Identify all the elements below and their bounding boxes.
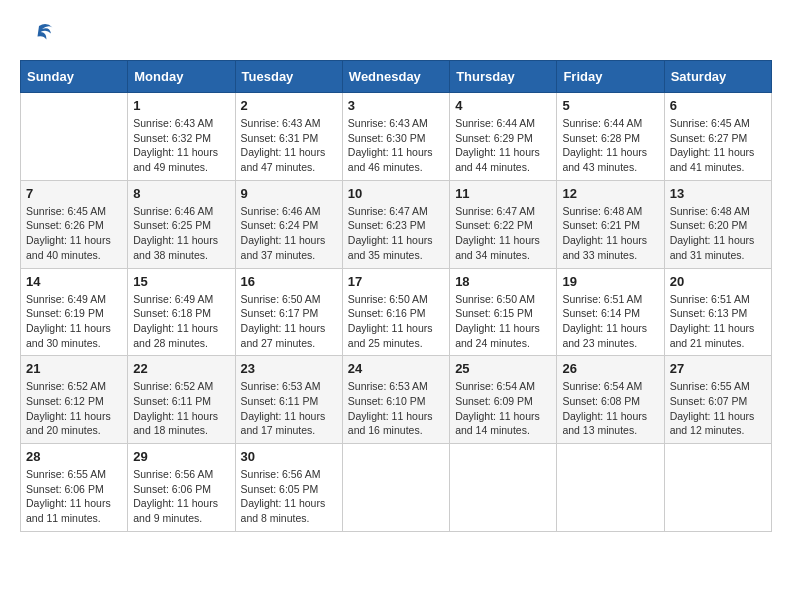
calendar-cell: 9Sunrise: 6:46 AM Sunset: 6:24 PM Daylig…: [235, 180, 342, 268]
calendar-cell: 17Sunrise: 6:50 AM Sunset: 6:16 PM Dayli…: [342, 268, 449, 356]
logo: [20, 20, 54, 50]
day-info: Sunrise: 6:52 AM Sunset: 6:11 PM Dayligh…: [133, 379, 229, 438]
day-info: Sunrise: 6:55 AM Sunset: 6:06 PM Dayligh…: [26, 467, 122, 526]
calendar-cell: 29Sunrise: 6:56 AM Sunset: 6:06 PM Dayli…: [128, 444, 235, 532]
day-number: 11: [455, 186, 551, 201]
day-number: 18: [455, 274, 551, 289]
weekday-header-thursday: Thursday: [450, 61, 557, 93]
weekday-header-friday: Friday: [557, 61, 664, 93]
day-info: Sunrise: 6:50 AM Sunset: 6:16 PM Dayligh…: [348, 292, 444, 351]
day-info: Sunrise: 6:48 AM Sunset: 6:20 PM Dayligh…: [670, 204, 766, 263]
day-info: Sunrise: 6:56 AM Sunset: 6:06 PM Dayligh…: [133, 467, 229, 526]
day-info: Sunrise: 6:52 AM Sunset: 6:12 PM Dayligh…: [26, 379, 122, 438]
day-number: 15: [133, 274, 229, 289]
day-number: 5: [562, 98, 658, 113]
calendar-cell: 2Sunrise: 6:43 AM Sunset: 6:31 PM Daylig…: [235, 93, 342, 181]
day-number: 1: [133, 98, 229, 113]
calendar-cell: 8Sunrise: 6:46 AM Sunset: 6:25 PM Daylig…: [128, 180, 235, 268]
day-info: Sunrise: 6:54 AM Sunset: 6:08 PM Dayligh…: [562, 379, 658, 438]
weekday-header-sunday: Sunday: [21, 61, 128, 93]
calendar-cell: 7Sunrise: 6:45 AM Sunset: 6:26 PM Daylig…: [21, 180, 128, 268]
day-number: 16: [241, 274, 337, 289]
calendar-cell: 1Sunrise: 6:43 AM Sunset: 6:32 PM Daylig…: [128, 93, 235, 181]
day-info: Sunrise: 6:51 AM Sunset: 6:14 PM Dayligh…: [562, 292, 658, 351]
calendar-cell: [450, 444, 557, 532]
calendar-cell: [557, 444, 664, 532]
calendar-cell: 14Sunrise: 6:49 AM Sunset: 6:19 PM Dayli…: [21, 268, 128, 356]
day-number: 12: [562, 186, 658, 201]
calendar-cell: 4Sunrise: 6:44 AM Sunset: 6:29 PM Daylig…: [450, 93, 557, 181]
calendar-cell: 10Sunrise: 6:47 AM Sunset: 6:23 PM Dayli…: [342, 180, 449, 268]
day-number: 30: [241, 449, 337, 464]
day-number: 8: [133, 186, 229, 201]
day-number: 3: [348, 98, 444, 113]
day-info: Sunrise: 6:50 AM Sunset: 6:17 PM Dayligh…: [241, 292, 337, 351]
day-number: 19: [562, 274, 658, 289]
day-number: 14: [26, 274, 122, 289]
calendar-week-row: 14Sunrise: 6:49 AM Sunset: 6:19 PM Dayli…: [21, 268, 772, 356]
calendar-cell: 20Sunrise: 6:51 AM Sunset: 6:13 PM Dayli…: [664, 268, 771, 356]
weekday-header-wednesday: Wednesday: [342, 61, 449, 93]
calendar-week-row: 21Sunrise: 6:52 AM Sunset: 6:12 PM Dayli…: [21, 356, 772, 444]
day-number: 28: [26, 449, 122, 464]
day-number: 25: [455, 361, 551, 376]
day-info: Sunrise: 6:43 AM Sunset: 6:32 PM Dayligh…: [133, 116, 229, 175]
day-number: 27: [670, 361, 766, 376]
calendar-cell: 22Sunrise: 6:52 AM Sunset: 6:11 PM Dayli…: [128, 356, 235, 444]
calendar-cell: 19Sunrise: 6:51 AM Sunset: 6:14 PM Dayli…: [557, 268, 664, 356]
day-number: 21: [26, 361, 122, 376]
calendar-cell: 12Sunrise: 6:48 AM Sunset: 6:21 PM Dayli…: [557, 180, 664, 268]
day-info: Sunrise: 6:48 AM Sunset: 6:21 PM Dayligh…: [562, 204, 658, 263]
calendar-cell: 21Sunrise: 6:52 AM Sunset: 6:12 PM Dayli…: [21, 356, 128, 444]
day-info: Sunrise: 6:43 AM Sunset: 6:31 PM Dayligh…: [241, 116, 337, 175]
day-info: Sunrise: 6:46 AM Sunset: 6:25 PM Dayligh…: [133, 204, 229, 263]
day-info: Sunrise: 6:51 AM Sunset: 6:13 PM Dayligh…: [670, 292, 766, 351]
calendar-cell: 15Sunrise: 6:49 AM Sunset: 6:18 PM Dayli…: [128, 268, 235, 356]
day-info: Sunrise: 6:53 AM Sunset: 6:10 PM Dayligh…: [348, 379, 444, 438]
weekday-header-monday: Monday: [128, 61, 235, 93]
logo-icon: [24, 20, 54, 50]
day-number: 6: [670, 98, 766, 113]
calendar-cell: 23Sunrise: 6:53 AM Sunset: 6:11 PM Dayli…: [235, 356, 342, 444]
calendar-cell: 5Sunrise: 6:44 AM Sunset: 6:28 PM Daylig…: [557, 93, 664, 181]
day-info: Sunrise: 6:45 AM Sunset: 6:26 PM Dayligh…: [26, 204, 122, 263]
calendar-cell: 18Sunrise: 6:50 AM Sunset: 6:15 PM Dayli…: [450, 268, 557, 356]
day-number: 7: [26, 186, 122, 201]
day-info: Sunrise: 6:44 AM Sunset: 6:29 PM Dayligh…: [455, 116, 551, 175]
calendar-cell: 24Sunrise: 6:53 AM Sunset: 6:10 PM Dayli…: [342, 356, 449, 444]
day-info: Sunrise: 6:44 AM Sunset: 6:28 PM Dayligh…: [562, 116, 658, 175]
day-number: 23: [241, 361, 337, 376]
calendar-week-row: 7Sunrise: 6:45 AM Sunset: 6:26 PM Daylig…: [21, 180, 772, 268]
day-number: 24: [348, 361, 444, 376]
calendar-week-row: 1Sunrise: 6:43 AM Sunset: 6:32 PM Daylig…: [21, 93, 772, 181]
day-number: 4: [455, 98, 551, 113]
day-info: Sunrise: 6:49 AM Sunset: 6:18 PM Dayligh…: [133, 292, 229, 351]
weekday-header-saturday: Saturday: [664, 61, 771, 93]
page-header: [20, 20, 772, 50]
calendar-cell: 30Sunrise: 6:56 AM Sunset: 6:05 PM Dayli…: [235, 444, 342, 532]
day-info: Sunrise: 6:46 AM Sunset: 6:24 PM Dayligh…: [241, 204, 337, 263]
day-info: Sunrise: 6:50 AM Sunset: 6:15 PM Dayligh…: [455, 292, 551, 351]
day-info: Sunrise: 6:43 AM Sunset: 6:30 PM Dayligh…: [348, 116, 444, 175]
calendar-cell: 26Sunrise: 6:54 AM Sunset: 6:08 PM Dayli…: [557, 356, 664, 444]
day-info: Sunrise: 6:45 AM Sunset: 6:27 PM Dayligh…: [670, 116, 766, 175]
calendar-cell: 25Sunrise: 6:54 AM Sunset: 6:09 PM Dayli…: [450, 356, 557, 444]
weekday-header-tuesday: Tuesday: [235, 61, 342, 93]
calendar-cell: 3Sunrise: 6:43 AM Sunset: 6:30 PM Daylig…: [342, 93, 449, 181]
calendar-cell: 11Sunrise: 6:47 AM Sunset: 6:22 PM Dayli…: [450, 180, 557, 268]
day-number: 29: [133, 449, 229, 464]
day-info: Sunrise: 6:49 AM Sunset: 6:19 PM Dayligh…: [26, 292, 122, 351]
calendar-cell: 28Sunrise: 6:55 AM Sunset: 6:06 PM Dayli…: [21, 444, 128, 532]
calendar-cell: [342, 444, 449, 532]
calendar-cell: 6Sunrise: 6:45 AM Sunset: 6:27 PM Daylig…: [664, 93, 771, 181]
calendar-cell: [664, 444, 771, 532]
calendar-cell: 13Sunrise: 6:48 AM Sunset: 6:20 PM Dayli…: [664, 180, 771, 268]
day-number: 13: [670, 186, 766, 201]
day-number: 22: [133, 361, 229, 376]
calendar-cell: 16Sunrise: 6:50 AM Sunset: 6:17 PM Dayli…: [235, 268, 342, 356]
weekday-header-row: SundayMondayTuesdayWednesdayThursdayFrid…: [21, 61, 772, 93]
day-number: 26: [562, 361, 658, 376]
day-info: Sunrise: 6:56 AM Sunset: 6:05 PM Dayligh…: [241, 467, 337, 526]
day-info: Sunrise: 6:47 AM Sunset: 6:22 PM Dayligh…: [455, 204, 551, 263]
calendar-table: SundayMondayTuesdayWednesdayThursdayFrid…: [20, 60, 772, 532]
